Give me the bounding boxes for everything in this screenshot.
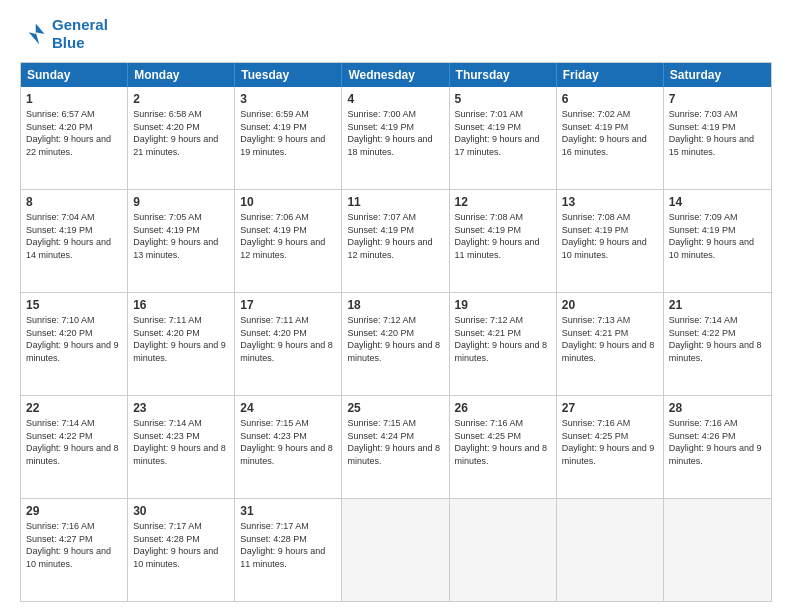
calendar-row-5: 29Sunrise: 7:16 AM Sunset: 4:27 PM Dayli… [21,498,771,601]
header-day-sunday: Sunday [21,63,128,87]
day-number: 14 [669,194,766,210]
day-cell-23: 23Sunrise: 7:14 AM Sunset: 4:23 PM Dayli… [128,396,235,498]
day-number: 6 [562,91,658,107]
day-cell-30: 30Sunrise: 7:17 AM Sunset: 4:28 PM Dayli… [128,499,235,601]
calendar-row-3: 15Sunrise: 7:10 AM Sunset: 4:20 PM Dayli… [21,292,771,395]
day-cell-3: 3Sunrise: 6:59 AM Sunset: 4:19 PM Daylig… [235,87,342,189]
day-cell-26: 26Sunrise: 7:16 AM Sunset: 4:25 PM Dayli… [450,396,557,498]
day-number: 8 [26,194,122,210]
day-info: Sunrise: 7:00 AM Sunset: 4:19 PM Dayligh… [347,108,443,158]
day-info: Sunrise: 7:08 AM Sunset: 4:19 PM Dayligh… [455,211,551,261]
day-number: 18 [347,297,443,313]
day-cell-8: 8Sunrise: 7:04 AM Sunset: 4:19 PM Daylig… [21,190,128,292]
day-cell-31: 31Sunrise: 7:17 AM Sunset: 4:28 PM Dayli… [235,499,342,601]
day-number: 10 [240,194,336,210]
day-number: 29 [26,503,122,519]
day-cell-11: 11Sunrise: 7:07 AM Sunset: 4:19 PM Dayli… [342,190,449,292]
day-cell-12: 12Sunrise: 7:08 AM Sunset: 4:19 PM Dayli… [450,190,557,292]
day-info: Sunrise: 6:59 AM Sunset: 4:19 PM Dayligh… [240,108,336,158]
day-number: 16 [133,297,229,313]
day-cell-1: 1Sunrise: 6:57 AM Sunset: 4:20 PM Daylig… [21,87,128,189]
day-info: Sunrise: 7:12 AM Sunset: 4:20 PM Dayligh… [347,314,443,364]
day-cell-20: 20Sunrise: 7:13 AM Sunset: 4:21 PM Dayli… [557,293,664,395]
header-day-wednesday: Wednesday [342,63,449,87]
calendar: SundayMondayTuesdayWednesdayThursdayFrid… [20,62,772,602]
day-cell-19: 19Sunrise: 7:12 AM Sunset: 4:21 PM Dayli… [450,293,557,395]
day-info: Sunrise: 7:16 AM Sunset: 4:27 PM Dayligh… [26,520,122,570]
day-cell-25: 25Sunrise: 7:15 AM Sunset: 4:24 PM Dayli… [342,396,449,498]
day-number: 12 [455,194,551,210]
header-day-friday: Friday [557,63,664,87]
day-info: Sunrise: 7:13 AM Sunset: 4:21 PM Dayligh… [562,314,658,364]
day-cell-4: 4Sunrise: 7:00 AM Sunset: 4:19 PM Daylig… [342,87,449,189]
day-number: 19 [455,297,551,313]
day-number: 4 [347,91,443,107]
day-number: 27 [562,400,658,416]
day-cell-28: 28Sunrise: 7:16 AM Sunset: 4:26 PM Dayli… [664,396,771,498]
day-cell-29: 29Sunrise: 7:16 AM Sunset: 4:27 PM Dayli… [21,499,128,601]
header: General Blue [20,16,772,52]
svg-marker-0 [29,24,45,45]
day-number: 25 [347,400,443,416]
day-info: Sunrise: 7:03 AM Sunset: 4:19 PM Dayligh… [669,108,766,158]
empty-cell [664,499,771,601]
logo-text: General Blue [52,16,108,52]
day-cell-22: 22Sunrise: 7:14 AM Sunset: 4:22 PM Dayli… [21,396,128,498]
day-number: 15 [26,297,122,313]
calendar-row-2: 8Sunrise: 7:04 AM Sunset: 4:19 PM Daylig… [21,189,771,292]
day-info: Sunrise: 7:06 AM Sunset: 4:19 PM Dayligh… [240,211,336,261]
day-number: 28 [669,400,766,416]
day-number: 24 [240,400,336,416]
logo-icon [20,20,48,48]
day-info: Sunrise: 6:57 AM Sunset: 4:20 PM Dayligh… [26,108,122,158]
logo: General Blue [20,16,108,52]
day-info: Sunrise: 7:04 AM Sunset: 4:19 PM Dayligh… [26,211,122,261]
header-day-tuesday: Tuesday [235,63,342,87]
day-number: 26 [455,400,551,416]
header-day-saturday: Saturday [664,63,771,87]
day-info: Sunrise: 7:11 AM Sunset: 4:20 PM Dayligh… [240,314,336,364]
day-info: Sunrise: 7:16 AM Sunset: 4:25 PM Dayligh… [562,417,658,467]
day-cell-5: 5Sunrise: 7:01 AM Sunset: 4:19 PM Daylig… [450,87,557,189]
day-info: Sunrise: 7:14 AM Sunset: 4:22 PM Dayligh… [26,417,122,467]
day-number: 2 [133,91,229,107]
day-cell-2: 2Sunrise: 6:58 AM Sunset: 4:20 PM Daylig… [128,87,235,189]
calendar-header: SundayMondayTuesdayWednesdayThursdayFrid… [21,63,771,87]
day-info: Sunrise: 7:09 AM Sunset: 4:19 PM Dayligh… [669,211,766,261]
day-cell-18: 18Sunrise: 7:12 AM Sunset: 4:20 PM Dayli… [342,293,449,395]
calendar-row-4: 22Sunrise: 7:14 AM Sunset: 4:22 PM Dayli… [21,395,771,498]
day-cell-17: 17Sunrise: 7:11 AM Sunset: 4:20 PM Dayli… [235,293,342,395]
day-number: 31 [240,503,336,519]
day-number: 5 [455,91,551,107]
header-day-thursday: Thursday [450,63,557,87]
day-number: 23 [133,400,229,416]
day-number: 3 [240,91,336,107]
day-info: Sunrise: 7:08 AM Sunset: 4:19 PM Dayligh… [562,211,658,261]
day-number: 9 [133,194,229,210]
day-cell-10: 10Sunrise: 7:06 AM Sunset: 4:19 PM Dayli… [235,190,342,292]
day-info: Sunrise: 7:17 AM Sunset: 4:28 PM Dayligh… [240,520,336,570]
day-cell-27: 27Sunrise: 7:16 AM Sunset: 4:25 PM Dayli… [557,396,664,498]
day-cell-14: 14Sunrise: 7:09 AM Sunset: 4:19 PM Dayli… [664,190,771,292]
day-info: Sunrise: 6:58 AM Sunset: 4:20 PM Dayligh… [133,108,229,158]
day-cell-21: 21Sunrise: 7:14 AM Sunset: 4:22 PM Dayli… [664,293,771,395]
day-cell-16: 16Sunrise: 7:11 AM Sunset: 4:20 PM Dayli… [128,293,235,395]
day-cell-9: 9Sunrise: 7:05 AM Sunset: 4:19 PM Daylig… [128,190,235,292]
day-cell-7: 7Sunrise: 7:03 AM Sunset: 4:19 PM Daylig… [664,87,771,189]
calendar-body: 1Sunrise: 6:57 AM Sunset: 4:20 PM Daylig… [21,87,771,601]
day-info: Sunrise: 7:12 AM Sunset: 4:21 PM Dayligh… [455,314,551,364]
day-info: Sunrise: 7:16 AM Sunset: 4:26 PM Dayligh… [669,417,766,467]
page: General Blue SundayMondayTuesdayWednesda… [0,0,792,612]
day-info: Sunrise: 7:10 AM Sunset: 4:20 PM Dayligh… [26,314,122,364]
day-number: 13 [562,194,658,210]
day-number: 7 [669,91,766,107]
day-info: Sunrise: 7:07 AM Sunset: 4:19 PM Dayligh… [347,211,443,261]
day-cell-24: 24Sunrise: 7:15 AM Sunset: 4:23 PM Dayli… [235,396,342,498]
day-info: Sunrise: 7:16 AM Sunset: 4:25 PM Dayligh… [455,417,551,467]
day-info: Sunrise: 7:14 AM Sunset: 4:22 PM Dayligh… [669,314,766,364]
empty-cell [557,499,664,601]
day-info: Sunrise: 7:17 AM Sunset: 4:28 PM Dayligh… [133,520,229,570]
day-number: 11 [347,194,443,210]
day-info: Sunrise: 7:11 AM Sunset: 4:20 PM Dayligh… [133,314,229,364]
day-info: Sunrise: 7:02 AM Sunset: 4:19 PM Dayligh… [562,108,658,158]
